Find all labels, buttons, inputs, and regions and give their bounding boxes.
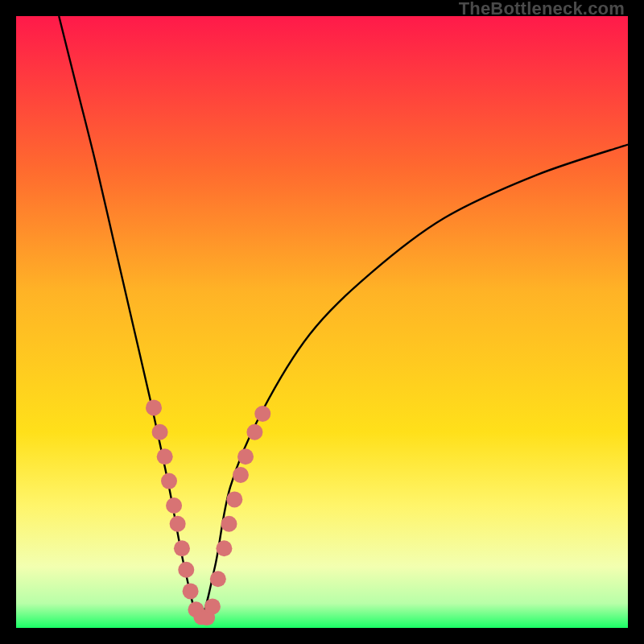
marker-dot <box>183 583 199 599</box>
marker-dot <box>174 540 190 556</box>
chart-svg <box>16 16 628 628</box>
chart-panel <box>16 16 628 628</box>
marker-dot <box>157 448 173 464</box>
marker-dot <box>152 424 168 440</box>
marker-dot <box>237 448 254 464</box>
marker-dot <box>166 497 182 514</box>
chart-frame: TheBottleneck.com <box>0 0 644 644</box>
marker-dot <box>226 491 242 507</box>
marker-dot <box>233 467 249 483</box>
marker-dot <box>210 571 226 587</box>
marker-dot <box>170 516 186 532</box>
marker-dot <box>216 540 232 556</box>
bottleneck-curve <box>59 16 628 619</box>
marker-dot <box>146 399 162 415</box>
marker-dot <box>221 516 237 532</box>
marker-dot <box>178 562 194 578</box>
marker-dot <box>246 424 262 440</box>
marker-dot <box>204 598 221 614</box>
marker-dot <box>161 473 177 489</box>
markers-group <box>146 399 270 625</box>
marker-dot <box>254 406 270 422</box>
